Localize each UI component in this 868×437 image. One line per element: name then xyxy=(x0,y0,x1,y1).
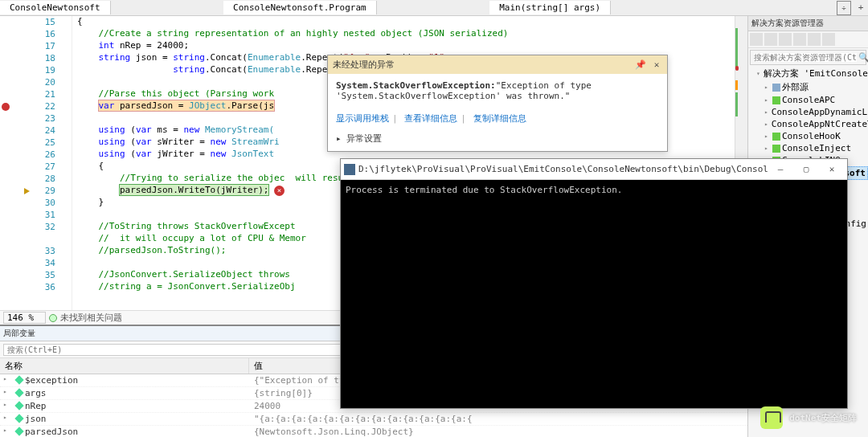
watermark: dotNet安全矩阵 xyxy=(760,406,857,429)
exception-popup: 未经处理的异常 📌 ✕ System.StackOverflowExceptio… xyxy=(327,55,668,152)
link-callstack[interactable]: 显示调用堆栈 xyxy=(336,113,389,124)
maximize-button[interactable]: ▢ xyxy=(794,161,818,178)
split-icon[interactable]: ÷ xyxy=(837,1,851,15)
locals-row[interactable]: parsedJson{Newtonsoft.Json.Linq.JObject} xyxy=(0,426,747,437)
titlebar[interactable]: D:\jflytek\ProVisual\ProVisual\EmitConso… xyxy=(341,159,847,180)
minimize-button[interactable]: — xyxy=(768,161,792,178)
tab-project[interactable]: ConsoleNewtonsoft xyxy=(0,1,111,14)
exception-settings[interactable]: 异常设置 xyxy=(346,133,382,144)
project-node[interactable]: ▸ConsoleAPC xyxy=(748,94,868,106)
console-output[interactable]: Process is terminated due to StackOverfl… xyxy=(341,180,847,408)
project-node[interactable]: ▸ConsoleInject xyxy=(748,142,868,154)
tab-method[interactable]: Main(string[] args) xyxy=(489,1,611,14)
link-copy[interactable]: 复制详细信息 xyxy=(473,113,526,124)
issue-dot-icon xyxy=(49,314,57,322)
sync-icon[interactable] xyxy=(764,33,777,46)
window-path: D:\jflytek\ProVisual\ProVisual\EmitConso… xyxy=(358,164,768,174)
popup-title: 未经处理的异常 xyxy=(333,59,630,71)
se-search-input[interactable] xyxy=(754,53,857,62)
search-icon[interactable]: 🔍 xyxy=(858,52,868,63)
pin-icon[interactable]: 📌 xyxy=(635,59,646,71)
wrench-icon[interactable] xyxy=(822,33,835,46)
plus-icon[interactable]: + xyxy=(854,1,868,15)
breadcrumb-bar: ConsoleNewtonsoft ConsoleNewtonsoft.Prog… xyxy=(0,0,868,16)
link-details[interactable]: 查看详细信息 xyxy=(404,113,457,124)
locals-row[interactable]: json"{a:{a:{a:{a:{a:{a:{a:{a:{a:{a:{a:{a… xyxy=(0,413,747,426)
solution-node[interactable]: ▾解决方案 'EmitConsole' (15 个项目 xyxy=(748,67,868,80)
console-window: D:\jflytek\ProVisual\ProVisual\EmitConso… xyxy=(340,158,848,409)
wechat-icon xyxy=(760,406,783,429)
close-button[interactable]: ✕ xyxy=(820,161,844,178)
panel-title: 解决方案资源管理器 xyxy=(748,16,868,31)
current-line-arrow xyxy=(24,188,30,194)
refresh-icon[interactable] xyxy=(779,33,792,46)
breakpoint-icon[interactable] xyxy=(2,103,10,111)
home-icon[interactable] xyxy=(750,33,763,46)
toolbar-icon[interactable] xyxy=(808,33,821,46)
project-node[interactable]: ▸ConsoleAppNtCreateThreadEx xyxy=(748,118,868,130)
zoom-selector[interactable]: 146 % xyxy=(3,312,46,324)
toolbar-icon[interactable] xyxy=(793,33,806,46)
project-node[interactable]: ▸ConsoleHooK xyxy=(748,130,868,142)
error-icon[interactable]: × xyxy=(274,186,285,196)
no-issues-label: 未找到相关问题 xyxy=(60,312,122,324)
close-icon[interactable]: ✕ xyxy=(651,59,662,71)
project-node[interactable]: ▸ConsoleAppDynamicLINQ xyxy=(748,106,868,118)
col-name[interactable]: 名称 xyxy=(0,358,249,374)
tab-program[interactable]: ConsoleNewtonsoft.Program xyxy=(223,1,377,14)
external-src[interactable]: ▸外部源 xyxy=(748,80,868,94)
app-icon xyxy=(344,164,355,175)
line-gutter: 15 16 17 18 19 20 21 22 23 24 25 26 27 2… xyxy=(0,16,72,310)
